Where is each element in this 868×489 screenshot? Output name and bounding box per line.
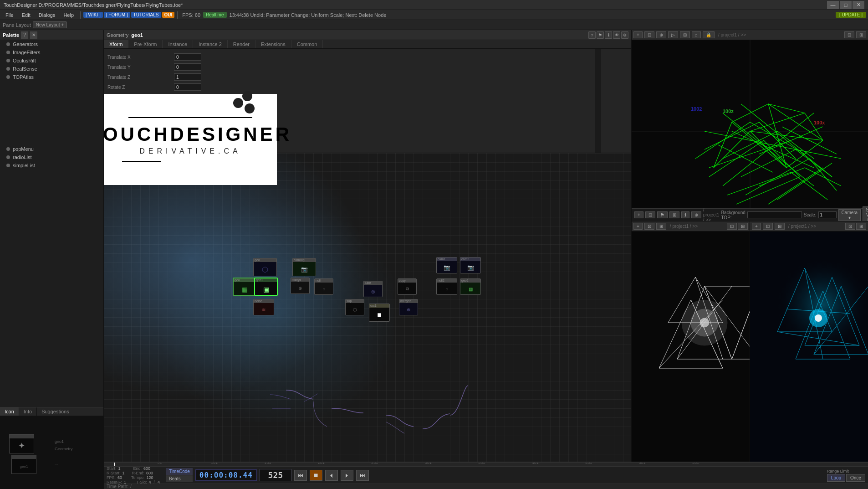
scale-input[interactable] <box>818 211 837 218</box>
view-3d-bottom-btn4[interactable]: ⊞ <box>669 211 679 218</box>
param-input-tz[interactable] <box>174 73 201 81</box>
menu-help[interactable]: Help <box>60 11 77 19</box>
tab-render[interactable]: Render <box>228 40 255 48</box>
view-3d-bottom-btn3[interactable]: ⚑ <box>657 211 668 218</box>
minimize-button[interactable]: — <box>827 1 839 9</box>
tab-suggestions[interactable]: Suggestions <box>37 407 74 416</box>
loop-button[interactable]: Loop <box>827 474 845 482</box>
menu-edit[interactable]: Edit <box>18 11 34 19</box>
geo-eye-btn[interactable]: 👁 <box>613 31 620 39</box>
stop-button[interactable]: ⏹ <box>310 470 322 481</box>
close-button[interactable]: ✕ <box>853 1 864 9</box>
tab-instance[interactable]: Instance <box>163 40 193 48</box>
tab-icon[interactable]: Icon <box>0 407 19 416</box>
node-out[interactable]: out1 ■ <box>369 304 390 322</box>
node-geo2[interactable]: geo2 ▦ <box>460 278 481 295</box>
view-bw-canvas[interactable] <box>632 232 750 489</box>
realtime-button[interactable]: Realtime <box>203 12 226 18</box>
node-noise[interactable]: noise ≋ <box>253 299 274 315</box>
wiki-badge[interactable]: [ WIKI ] <box>83 12 103 18</box>
camera-select-btn[interactable]: Camera ▾ <box>838 209 861 221</box>
node-geo-selected[interactable]: geo1 ▣ <box>254 278 278 296</box>
palette-item-generators[interactable]: Generators <box>0 40 103 48</box>
view-btn-5[interactable]: ⊞ <box>680 31 690 38</box>
geo-question-btn[interactable]: ? <box>588 31 596 39</box>
view-btn-3[interactable]: ⊕ <box>656 31 666 38</box>
update-badge[interactable]: [ UPDATE ] <box>836 12 866 18</box>
tab-common[interactable]: Common <box>291 40 323 48</box>
node-tube[interactable]: null ○ <box>314 278 333 295</box>
background-top-input[interactable] <box>747 211 802 218</box>
node-null1[interactable]: merge ⊕ <box>291 278 310 294</box>
view-btn-home[interactable]: ⌂ <box>692 31 701 38</box>
geometry-scrollbar[interactable] <box>595 49 601 153</box>
param-input-ty[interactable] <box>174 63 201 71</box>
palette-item-radiolist[interactable]: radioList <box>0 153 103 161</box>
view-btn-4[interactable]: ▷ <box>668 31 678 38</box>
oui-badge[interactable]: OUI <box>162 12 175 18</box>
node-merge2[interactable]: merge2 ⊕ <box>399 299 418 315</box>
palette-close-button[interactable]: ✕ <box>30 31 37 39</box>
view-color-btn2[interactable]: ⊡ <box>763 223 773 230</box>
palette-help-button[interactable]: ? <box>21 31 28 39</box>
node-cam2[interactable]: cam2 📷 <box>460 257 481 273</box>
node-cam1[interactable]: cam1 📷 <box>436 257 457 273</box>
palette-item-imagefilters[interactable]: ImageFilters <box>0 48 103 57</box>
view-3d-bottom-btn1[interactable]: + <box>634 211 643 218</box>
view-dots-btn[interactable]: ⊡ <box>844 31 854 38</box>
palette-item-topatlas[interactable]: TOPAtlas <box>0 73 103 81</box>
view-color-canvas[interactable] <box>750 232 868 489</box>
param-input-tx[interactable] <box>174 53 201 61</box>
palette-item-popmenu[interactable]: popMenu <box>0 145 103 153</box>
beats-tab[interactable]: Beats <box>166 475 193 482</box>
param-input-rz[interactable] <box>174 83 201 91</box>
view-bw-btn1[interactable]: + <box>633 223 643 230</box>
view-bw-btn2[interactable]: ⊡ <box>644 223 654 230</box>
view-color-right-btn2[interactable]: ⊞ <box>856 223 866 230</box>
view-3d-bottom-btn6[interactable]: ⊕ <box>691 211 701 218</box>
geo-more-btn[interactable]: ⚙ <box>621 31 628 39</box>
rewind-button[interactable]: ⏮ <box>294 470 307 481</box>
fwd-button[interactable]: ⏭ <box>356 470 369 481</box>
node-geo-1[interactable]: geo ▦ <box>233 278 256 296</box>
tab-info[interactable]: Info <box>19 407 37 416</box>
view-bw-right-btn1[interactable]: ⊡ <box>727 223 737 230</box>
view-btn-lock[interactable]: 🔒 <box>703 31 715 38</box>
view-color-right-btn1[interactable]: ⊡ <box>845 223 855 230</box>
tab-pre-xform[interactable]: Pre-Xform <box>128 40 163 48</box>
view-btn-2[interactable]: ⊡ <box>644 31 654 38</box>
node-copy[interactable]: copy ⧉ <box>398 278 417 295</box>
palette-item-realsense[interactable]: RealSense <box>0 65 103 73</box>
node-null2[interactable]: null2 ○ <box>436 278 457 295</box>
node-sop-2[interactable]: sop ⬡ <box>345 299 364 315</box>
new-layout-button[interactable]: New Layout + <box>33 21 67 28</box>
view-color-btn3[interactable]: ⊞ <box>775 223 785 230</box>
tutorials-badge[interactable]: TUTORIALS <box>131 12 161 18</box>
tab-xform[interactable]: Xform <box>104 40 128 48</box>
maximize-button[interactable]: □ <box>840 1 852 9</box>
node-camrig[interactable]: camRig 📷 <box>292 258 316 276</box>
next-button[interactable]: ⏵ <box>341 470 353 481</box>
menu-dialogs[interactable]: Dialogs <box>35 11 59 19</box>
timeline-ruler[interactable]: 51 101 151 201 251 301 351 401 451 501 5… <box>104 463 868 466</box>
view-color-btn1[interactable]: + <box>752 223 761 230</box>
node-geo-top[interactable]: geo ⬡ <box>253 258 277 276</box>
view-bw-btn3[interactable]: ⊞ <box>656 223 666 230</box>
palette-item-simplelist[interactable]: simpleList <box>0 161 103 170</box>
geo-info-btn[interactable]: ℹ <box>605 31 612 39</box>
view-3d-bottom-btn5[interactable]: ℹ <box>681 211 689 218</box>
forum-badge[interactable]: [ FORUM ] <box>104 12 130 18</box>
view-btn-1[interactable]: + <box>633 31 643 38</box>
menu-file[interactable]: File <box>2 11 17 19</box>
node-canvas[interactable]: geo ⬡ camRig 📷 geo ▦ geo1 <box>104 153 631 489</box>
tab-instance-2[interactable]: Instance 2 <box>193 40 228 48</box>
palette-item-oculusrift[interactable]: OculusRift <box>0 57 103 65</box>
tab-extensions[interactable]: Extensions <box>255 40 291 48</box>
timecode-tab[interactable]: TimeCode <box>166 468 193 475</box>
save-view-btn[interactable]: Save View to ▾ <box>863 206 868 221</box>
view-3d-canvas[interactable]: 100x 100z 1002 <box>632 40 868 221</box>
view-bw-right-btn2[interactable]: ⊞ <box>738 223 748 230</box>
prev-button[interactable]: ⏴ <box>325 470 338 481</box>
once-button[interactable]: Once <box>846 474 865 482</box>
node-sop-1[interactable]: tube ◎ <box>363 281 383 297</box>
